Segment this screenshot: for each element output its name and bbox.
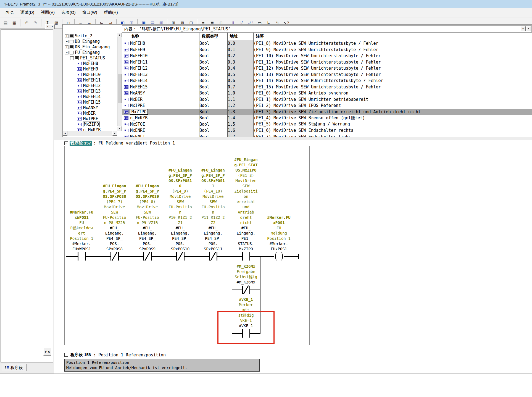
tree-item-PE1_STATUS[interactable]: −PE1_STATUS xyxy=(70,55,105,61)
table-row[interactable]: MxFEH13Bool0.5(PE1_13) MoviDrive SEW Umr… xyxy=(122,72,532,78)
table-row[interactable]: MxANSYBool1.0(PE1_0) MoviDrive SEW Antri… xyxy=(122,90,532,96)
tree-item-MxFEH8[interactable]: MxFEH8 xyxy=(75,61,98,66)
tree-item-MxFEH9[interactable]: MxFEH9 xyxy=(75,66,98,72)
menu-item-0[interactable]: PLC xyxy=(3,9,16,16)
table-row[interactable]: MxFEH14Bool0.6(PE1_14) MoviDrive SEW RUm… xyxy=(122,78,532,84)
sidebar-restore-icon[interactable]: ▪ xyxy=(45,24,50,29)
operand: #FU_ Eingang. PE1_ STATUS. MxZIPO xyxy=(230,225,262,252)
table-row[interactable]: MxFEH8Bool0.0(PE1_8) MoviDrive SEW Umric… xyxy=(122,40,532,47)
tree-label: DB_Ein_Ausgang xyxy=(75,44,110,49)
menu-item-1[interactable]: 调试(D) xyxy=(17,9,37,16)
tree-item-MxIPRE[interactable]: MxIPRE xyxy=(75,116,98,122)
window-title: "FB173_Framer2_3_Y" -- 01E210039\C5-E00-… xyxy=(4,2,178,6)
lad-column-5: #FU_Eingan g.PE4_SP_P OS.SPxPOS1 1(PE4_1… xyxy=(197,168,230,252)
operand: #FU_ Eingang. PE4_SP_ POS. SPxPOS9 xyxy=(131,225,164,252)
pane-close-icon[interactable]: × xyxy=(526,26,531,31)
table-row[interactable]: MxBERBool1.1(PE1_1) MoviDrive SEW Umrich… xyxy=(122,96,532,103)
tree-item-MxBER[interactable]: MxBER xyxy=(75,111,96,116)
cell-datatype: Bool xyxy=(199,115,227,121)
tree-label: MxFEH14 xyxy=(83,94,101,99)
undo-icon[interactable]: ↶ xyxy=(22,19,31,27)
network-158-chip[interactable]: 程序段 158 xyxy=(70,352,92,357)
contact-4[interactable] xyxy=(176,252,185,261)
column-header-address[interactable]: 地址 xyxy=(227,33,253,40)
operand: #FU_ Eingang. PE4_SP_ POS. SPxPOS11 xyxy=(197,225,230,252)
scroll-down-icon[interactable]: ▼ xyxy=(117,126,122,131)
menu-item-3[interactable]: 选项(O) xyxy=(59,9,78,16)
column-header-name[interactable]: 名称 xyxy=(122,34,199,39)
table-row[interactable]: MxIPREBool1.2(PE1_2) MoviDrive SEW IPOS … xyxy=(122,102,532,109)
network-157-chip[interactable]: 程序段 157 xyxy=(70,141,92,146)
menu-item-2[interactable]: 视图(V) xyxy=(38,9,57,16)
tree-item-MxFEH10[interactable]: MxFEH10 xyxy=(75,72,101,77)
tree-item-DB_Eingang[interactable]: +DB_Eingang xyxy=(65,39,100,44)
rung-end-tick xyxy=(298,254,299,259)
paste-icon[interactable]: ▤ xyxy=(1,19,10,27)
table-row[interactable]: n_MxKYBBool1.4(PE1_4) MoviDrive SEW Brem… xyxy=(122,115,532,121)
contact-2[interactable] xyxy=(110,252,119,261)
contact-bar xyxy=(143,252,144,261)
tree-item-MxFEH12[interactable]: MxFEH12 xyxy=(75,83,101,88)
tree-item-DB_Ein_Ausgang[interactable]: +DB_Ein_Ausgang xyxy=(65,44,110,50)
contact-1[interactable] xyxy=(78,252,86,261)
column-header-datatype[interactable]: 数据类型 xyxy=(199,33,227,40)
variable-table-body: MxFEH8Bool0.0(PE1_8) MoviDrive SEW Umric… xyxy=(122,40,532,137)
minus-expand-icon[interactable]: − xyxy=(70,56,74,60)
tree-label: MxFEH15 xyxy=(83,100,101,105)
tree-item-FU_Eingang[interactable]: −FU_Eingang xyxy=(65,50,100,55)
table-row[interactable]: MxFEH10Bool0.2(PE1_10) MoviDrive SEW Umr… xyxy=(122,53,532,59)
tree-item-Seite_2[interactable]: +Seite_2 xyxy=(65,33,92,39)
table-row[interactable]: MxENREBool1.6(PE1_6) MoviDrive SEW Endsc… xyxy=(122,127,532,134)
table-row[interactable]: MxZIPOBool1.3(PE1_3) MoviDrive SEW Zielp… xyxy=(122,109,532,115)
contact-6[interactable] xyxy=(242,252,250,261)
tree-item-MxFEH15[interactable]: MxFEH15 xyxy=(75,99,101,105)
contact-3[interactable] xyxy=(143,252,152,261)
plus-expand-icon[interactable]: + xyxy=(65,40,69,43)
name-edit-box[interactable]: MxZIPO xyxy=(130,109,148,115)
table-row[interactable]: MxFEH12Bool0.4(PE1_12) MoviDrive SEW Umr… xyxy=(122,65,532,72)
table-row[interactable]: MxENLIBool1.7(PE1_7) MoviDrive SEW Endsc… xyxy=(122,134,532,137)
operand: #Merker. FUxPOS1 xyxy=(262,241,295,252)
tree-horizontal-scrollbar[interactable]: ◄ ► xyxy=(63,131,117,136)
pane-splitter[interactable] xyxy=(54,137,532,140)
plus-expand-icon[interactable]: + xyxy=(65,34,69,38)
scroll-right-icon[interactable]: ► xyxy=(112,131,117,136)
cell-comment: (PE1_2) MoviDrive SEW IPOS Referenz xyxy=(253,102,532,109)
print-icon[interactable]: ▦ xyxy=(10,19,19,27)
table-row[interactable]: MxFEH11Bool0.3(PE1_11) MoviDrive SEW Umr… xyxy=(122,59,532,65)
menu-item-4[interactable]: 窗口(W) xyxy=(80,9,100,16)
symbol-comment: (PE1_3) MoviDrive SEW Zielpositi on erre… xyxy=(230,173,262,225)
redo-icon[interactable]: ↷ xyxy=(31,19,39,27)
pane-restore-icon[interactable]: ▭ xyxy=(521,26,526,31)
sidebar-collapse-button[interactable]: ↵< xyxy=(43,348,51,356)
plus-expand-icon[interactable]: + xyxy=(65,45,69,49)
menu-item-5[interactable]: 帮助(H) xyxy=(101,9,121,16)
tree-item-MxFEH13[interactable]: MxFEH13 xyxy=(75,88,101,94)
table-row[interactable]: MxFEH9Bool0.1(PE1_9) MoviDrive SEW Umric… xyxy=(122,47,532,53)
scroll-thumb[interactable] xyxy=(118,74,122,103)
sidebar-close-icon[interactable]: × xyxy=(50,24,55,29)
tree-vertical-scrollbar[interactable]: ▲ ▼ xyxy=(117,33,122,131)
contact-bar xyxy=(118,252,119,261)
collapse-network-157-icon[interactable]: − xyxy=(64,141,68,145)
tree-item-MxFEH14[interactable]: MxFEH14 xyxy=(75,94,101,99)
minus-expand-icon[interactable]: − xyxy=(65,51,69,54)
contact-5[interactable] xyxy=(209,252,217,261)
branch-contact-m-k26mx[interactable] xyxy=(242,286,250,294)
symbol-name: #Merker.FU xWPOS1 xyxy=(65,210,98,220)
tree-item-MxANSY[interactable]: MxANSY xyxy=(75,105,98,111)
column-header-comment[interactable]: 注释 xyxy=(253,33,532,40)
collapse-network-158-icon[interactable]: − xyxy=(64,353,68,357)
scroll-left-icon[interactable]: ◄ xyxy=(63,131,67,136)
table-row[interactable]: MxFEH15Bool0.7(PE1_15) MoviDrive SEW Umr… xyxy=(122,84,532,90)
tab-networks[interactable]: 程序段 xyxy=(2,364,27,371)
table-icon xyxy=(70,34,73,38)
tree-item-MxZIPO[interactable]: MxZIPO xyxy=(75,122,100,127)
tree-item-n_MxKYB[interactable]: n_MxKYB xyxy=(75,127,101,131)
output-coil[interactable] xyxy=(274,252,284,261)
table-row[interactable]: MxSTOEBool1.5(PE1_5) MoviDrive SEW St鰎un… xyxy=(122,121,532,128)
network-158-comment-box[interactable]: Position 1 Referenzposition Meldungen vo… xyxy=(64,359,260,372)
tree-label: FU_Eingang xyxy=(75,50,100,55)
scroll-up-icon[interactable]: ▲ xyxy=(117,33,122,37)
tree-item-MxFEH11[interactable]: MxFEH11 xyxy=(75,77,101,83)
